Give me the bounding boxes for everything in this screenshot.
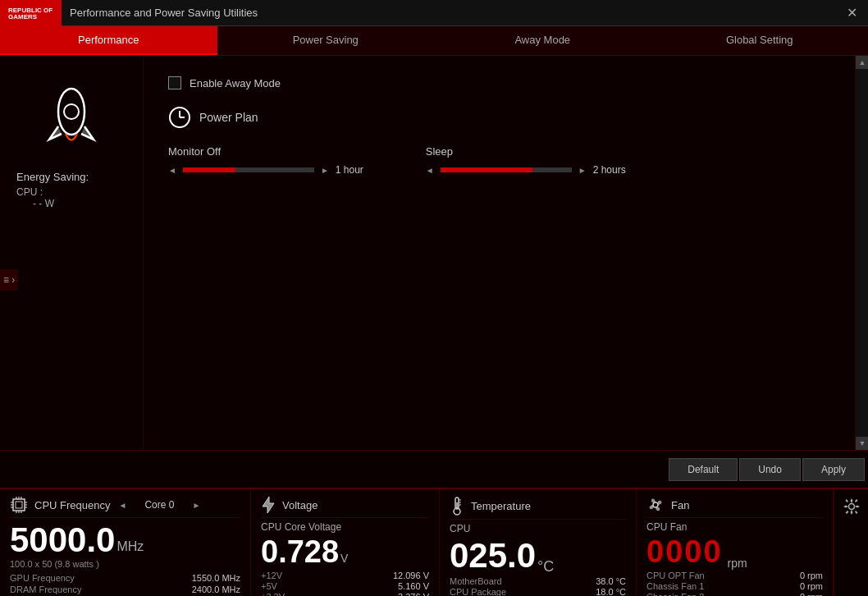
monitor-off-label: Monitor Off bbox=[168, 145, 377, 158]
svg-point-2 bbox=[58, 89, 85, 135]
tab-performance[interactable]: Performance bbox=[0, 26, 217, 55]
sleep-slider-row: ◄ ► 2 hours bbox=[426, 164, 634, 176]
dram-freq-value: 2400.0 MHz bbox=[192, 585, 240, 594]
status-bar: CPU Frequency ◄ Core 0 ► 5000.0 MHz 100.… bbox=[0, 488, 868, 596]
cpu-freq-unit: MHz bbox=[116, 539, 144, 554]
temp-cpu-unit: °C bbox=[537, 558, 554, 575]
sleep-value: 2 hours bbox=[593, 164, 634, 176]
cpu-core-volt-unit: V bbox=[340, 552, 348, 565]
apply-button[interactable]: Apply bbox=[802, 458, 865, 481]
fan-section: Fan CPU Fan 0000 rpm CPU OPT Fan 0 rpm C… bbox=[637, 489, 834, 596]
cpu-fan-value: 0000 bbox=[646, 534, 723, 570]
scrollbar[interactable]: ▲ ▼ bbox=[855, 56, 868, 450]
monitor-off-group: Monitor Off ◄ ► 1 hour bbox=[168, 145, 377, 176]
cpu-core-volt-value: 0.728 bbox=[261, 534, 339, 570]
svg-text:GAMERS: GAMERS bbox=[8, 13, 38, 21]
monitor-off-right-arrow[interactable]: ► bbox=[321, 166, 329, 175]
cpu-fan-unit: rpm bbox=[728, 557, 747, 570]
dram-freq-label: DRAM Frequency bbox=[10, 585, 81, 594]
cpu-icon bbox=[10, 496, 28, 514]
fan-header: Fan bbox=[646, 496, 823, 518]
main-area: Energy Saving: CPU : - - W ≡ › Enable Aw… bbox=[0, 56, 868, 450]
cpu-frequency-section: CPU Frequency ◄ Core 0 ► 5000.0 MHz 100.… bbox=[0, 489, 251, 596]
rail-5v: +5V 5.160 V bbox=[261, 581, 429, 591]
cpu-fan-label: CPU Fan bbox=[646, 521, 823, 533]
svg-marker-21 bbox=[263, 497, 274, 513]
sidebar: Energy Saving: CPU : - - W bbox=[0, 56, 144, 450]
sleep-label: Sleep bbox=[426, 145, 634, 158]
power-plan-label: Power Plan bbox=[199, 111, 258, 124]
voltage-icon bbox=[261, 496, 276, 514]
sleep-track[interactable] bbox=[441, 167, 572, 172]
cpu-core-volt-row: 0.728 V bbox=[261, 534, 429, 570]
sleep-group: Sleep ◄ ► 2 hours bbox=[426, 145, 634, 176]
gpu-freq-value: 1550.0 MHz bbox=[192, 573, 240, 583]
voltage-header: Voltage bbox=[261, 496, 429, 518]
cpu-freq-sub-info: 100.0 x 50 (9.8 watts ) bbox=[10, 559, 240, 569]
monitor-off-value: 1 hour bbox=[336, 164, 377, 176]
slider-section: Monitor Off ◄ ► 1 hour Sleep ◄ bbox=[168, 145, 830, 176]
gear-icon bbox=[843, 497, 861, 516]
default-button[interactable]: Default bbox=[669, 458, 738, 481]
svg-point-3 bbox=[64, 104, 79, 119]
svg-rect-7 bbox=[13, 499, 25, 511]
gpu-freq-row: GPU Frequency 1550.0 MHz bbox=[10, 573, 240, 583]
core-prev-button[interactable]: ◄ bbox=[116, 501, 128, 510]
monitor-off-slider-row: ◄ ► 1 hour bbox=[168, 164, 377, 176]
svg-point-29 bbox=[848, 504, 854, 510]
temp-cpu-value-row: 025.0 °C bbox=[450, 536, 626, 575]
gpu-freq-label: GPU Frequency bbox=[10, 573, 75, 583]
close-button[interactable]: ✕ bbox=[835, 0, 868, 26]
fan-chassis-1: Chassis Fan 1 0 rpm bbox=[646, 581, 823, 591]
svg-rect-8 bbox=[16, 502, 22, 508]
scrollbar-down-button[interactable]: ▼ bbox=[856, 437, 868, 450]
cpu-core-volt-label: CPU Core Voltage bbox=[261, 521, 429, 533]
voltage-section: Voltage CPU Core Voltage 0.728 V +12V 12… bbox=[251, 489, 440, 596]
enable-away-label: Enable Away Mode bbox=[190, 77, 281, 89]
temperature-icon bbox=[450, 496, 464, 516]
menu-icon: ≡ › bbox=[3, 274, 15, 286]
window-title: Performance and Power Saving Utilities bbox=[62, 7, 835, 19]
voltage-rails: +12V 12.096 V +5V 5.160 V +3.3V 3.376 V … bbox=[261, 570, 429, 596]
fan-icon bbox=[646, 496, 665, 514]
fan-rows: CPU OPT Fan 0 rpm Chassis Fan 1 0 rpm Ch… bbox=[646, 570, 823, 596]
content-area: Enable Away Mode Power Plan Monitor Off … bbox=[144, 56, 855, 450]
temp-cpu-package: CPU Package 18.0 °C bbox=[450, 587, 626, 596]
voltage-label: Voltage bbox=[282, 499, 318, 511]
monitor-off-track[interactable] bbox=[183, 167, 314, 172]
cpu-value: - - W bbox=[0, 198, 54, 209]
svg-point-28 bbox=[653, 502, 658, 507]
asus-logo: REPUBLIC OF GAMERS bbox=[0, 0, 62, 26]
fan-cpu-opt: CPU OPT Fan 0 rpm bbox=[646, 571, 823, 580]
temp-sensors: MotherBoard 38.0 °C CPU Package 18.0 °C … bbox=[450, 575, 626, 596]
clock-icon bbox=[168, 106, 191, 129]
enable-away-checkbox[interactable] bbox=[168, 76, 181, 89]
power-plan-row: Power Plan bbox=[168, 106, 830, 129]
tab-bar: Performance Power Saving Away Mode Globa… bbox=[0, 26, 868, 56]
scrollbar-up-button[interactable]: ▲ bbox=[856, 56, 868, 69]
monitor-off-left-arrow[interactable]: ◄ bbox=[168, 166, 176, 175]
tab-power-saving[interactable]: Power Saving bbox=[217, 26, 435, 55]
temp-cpu-label: CPU bbox=[450, 523, 626, 534]
temp-motherboard: MotherBoard 38.0 °C bbox=[450, 576, 626, 586]
sidebar-toggle[interactable]: ≡ › bbox=[0, 269, 18, 291]
enable-away-row: Enable Away Mode bbox=[168, 76, 830, 89]
temperature-section: Temperature CPU 025.0 °C MotherBoard 38.… bbox=[440, 489, 637, 596]
core-next-button[interactable]: ► bbox=[190, 501, 202, 510]
settings-section[interactable] bbox=[834, 489, 868, 596]
sleep-right-arrow[interactable]: ► bbox=[578, 166, 587, 175]
rocket-icon bbox=[34, 80, 108, 154]
temp-label: Temperature bbox=[471, 500, 531, 512]
cpu-freq-big-value: 5000.0 bbox=[10, 523, 115, 557]
tab-away-mode[interactable]: Away Mode bbox=[434, 26, 651, 55]
temp-header: Temperature bbox=[450, 496, 626, 520]
sleep-left-arrow[interactable]: ◄ bbox=[426, 166, 434, 175]
cpu-freq-header: CPU Frequency ◄ Core 0 ► bbox=[10, 496, 240, 518]
tab-global-setting[interactable]: Global Setting bbox=[651, 26, 869, 55]
fan-chassis-2: Chassis Fan 2 0 rpm bbox=[646, 592, 823, 596]
cpu-freq-label: CPU Frequency bbox=[34, 499, 110, 511]
rail-12v: +12V 12.096 V bbox=[261, 571, 429, 580]
dram-freq-row: DRAM Frequency 2400.0 MHz bbox=[10, 585, 240, 594]
cpu-label: CPU : bbox=[0, 186, 43, 198]
undo-button[interactable]: Undo bbox=[739, 458, 801, 481]
